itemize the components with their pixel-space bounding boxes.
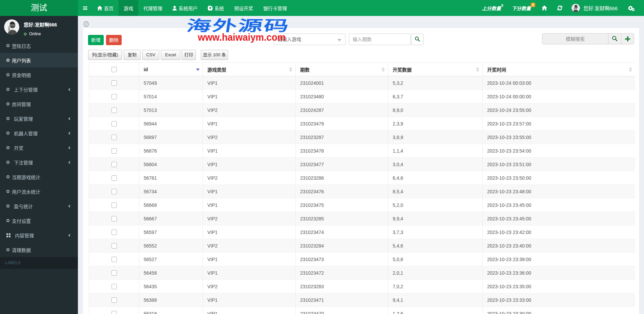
cell-draw_time: 2023-10-24 00:03:00 — [483, 76, 635, 90]
sidebar-item-15[interactable]: 清理数据 — [0, 242, 78, 257]
search-button[interactable] — [411, 34, 423, 45]
cogs-icon — [628, 5, 635, 11]
sidebar-item-7[interactable]: 机器人管理 — [0, 126, 78, 140]
row-checkbox-cell — [89, 266, 139, 280]
sidebar-item-8[interactable]: 开奖 — [0, 140, 78, 155]
row-checkbox[interactable] — [111, 216, 117, 221]
settings-button[interactable] — [623, 0, 640, 16]
dt-button-1[interactable]: 列(显示/隐藏) — [88, 50, 122, 60]
user-menu[interactable]: 您好:发财啊666 — [567, 0, 623, 16]
top-nav-item-4[interactable]: 系统用户 — [167, 0, 203, 16]
top-nav-item-6[interactable]: 预设开奖 — [229, 0, 258, 16]
row-checkbox[interactable] — [111, 148, 117, 154]
sidebar-item-14[interactable]: 内容管理 — [0, 228, 78, 242]
online-status[interactable]: Online — [24, 32, 57, 36]
sidebar-item-4[interactable]: 上下分管理 — [0, 82, 78, 97]
row-checkbox[interactable] — [111, 297, 117, 303]
sidebar-item-label: 支付设置 — [12, 217, 31, 224]
table-row: 56668VIP12310234755,2,02023-10-23 23:45:… — [89, 198, 635, 212]
sidebar-toggle-button[interactable] — [78, 0, 92, 16]
top-nav-item-label: 预设开奖 — [234, 5, 253, 12]
sidebar-item-2[interactable]: 用户列表 — [0, 53, 78, 67]
dt-button-2[interactable]: 复制 — [124, 50, 141, 60]
sidebar-item-13[interactable]: 支付设置 — [0, 213, 78, 228]
brand-logo[interactable]: 测试 — [0, 0, 78, 16]
sidebar-item-label: 盈亏统计 — [14, 203, 33, 210]
row-checkbox[interactable] — [111, 135, 117, 140]
refresh-button[interactable] — [552, 0, 567, 16]
sidebar-item-11[interactable]: 用户流水统计 — [0, 184, 78, 199]
row-checkbox[interactable] — [111, 162, 117, 167]
row-checkbox[interactable] — [111, 94, 117, 99]
sidebar-item-12[interactable]: 盈亏统计 — [0, 199, 78, 213]
sidebar-item-1[interactable]: 登陆日志 — [0, 38, 78, 53]
sidebar-item-9[interactable]: 下注管理 — [0, 155, 78, 170]
column-header-游戏类型[interactable]: 游戏类型 — [203, 63, 296, 76]
sort-icon — [476, 67, 479, 72]
table-row: 56435VIP22310232837,0,22023-10-23 23:35:… — [89, 280, 635, 293]
down-score-menu[interactable]: 下分数量0 — [507, 0, 537, 16]
cell-draw_data: 6,3,7 — [388, 90, 483, 103]
top-navbar: 测试 首页游戏代理管理系统用户系统预设开奖银行卡管理 上分数量0 下分数量0 — [0, 0, 644, 16]
sidebar-item-label: 用户列表 — [12, 57, 31, 64]
cell-game_type: VIP1 — [203, 198, 296, 212]
row-checkbox[interactable] — [111, 311, 117, 314]
cell-draw_time: 2023-10-23 23:50:00 — [483, 171, 635, 185]
row-checkbox[interactable] — [111, 175, 117, 181]
row-checkbox-cell — [89, 280, 139, 293]
home-shortcut-button[interactable] — [537, 0, 552, 16]
chevron-left-icon — [68, 132, 71, 134]
up-score-menu[interactable]: 上分数量0 — [477, 0, 507, 16]
row-checkbox-cell — [89, 90, 139, 103]
sidebar-item-3[interactable]: 资金明细 — [0, 67, 78, 82]
dt-button-4[interactable]: Excel — [161, 50, 180, 60]
table-row: 57049VIP12310240015,3,22023-10-24 00:03:… — [89, 76, 635, 90]
cell-draw_data: 3,7,3 — [388, 225, 483, 239]
top-nav-item-2[interactable]: 游戏 — [119, 0, 138, 16]
sidebar-item-6[interactable]: 玩家管理 — [0, 111, 78, 126]
cell-issue: 231023471 — [296, 293, 388, 307]
column-header-开奖时间[interactable]: 开奖时间 — [483, 63, 635, 76]
cell-draw_time: 2023-10-23 23:39:00 — [483, 253, 635, 266]
sidebar-item-10[interactable]: 当期游戏统计 — [0, 170, 78, 184]
top-nav-item-7[interactable]: 银行卡管理 — [258, 0, 292, 16]
delete-button[interactable]: 删除 — [106, 35, 122, 45]
add-row-button[interactable] — [621, 34, 634, 44]
sidebar-item-label: 上下分管理 — [14, 86, 38, 93]
column-label: 开奖时间 — [487, 67, 506, 73]
select-all-checkbox[interactable] — [111, 67, 117, 72]
cell-game_type: VIP1 — [203, 144, 296, 158]
row-checkbox[interactable] — [111, 230, 117, 235]
dt-button-6[interactable]: 显示 100 条 — [201, 50, 228, 60]
row-checkbox[interactable] — [111, 257, 117, 262]
column-header-期数[interactable]: 期数 — [296, 63, 388, 76]
row-checkbox[interactable] — [111, 121, 117, 126]
dt-button-3[interactable]: CSV — [142, 50, 159, 60]
column-header-id[interactable]: id — [139, 63, 203, 76]
row-checkbox[interactable] — [111, 80, 117, 86]
top-nav-item-1[interactable]: 首页 — [92, 0, 119, 16]
column-header-checkbox[interactable] — [89, 63, 139, 76]
row-checkbox[interactable] — [111, 107, 117, 113]
fuzzy-search-button[interactable] — [608, 34, 621, 44]
row-checkbox[interactable] — [111, 284, 117, 289]
row-checkbox[interactable] — [111, 270, 117, 276]
cell-id: 56667 — [139, 212, 203, 225]
top-nav-item-5[interactable]: 系统 — [203, 0, 229, 16]
cell-id: 56435 — [139, 280, 203, 293]
column-header-开奖数据[interactable]: 开奖数据 — [388, 63, 483, 76]
cell-draw_data: 6,4,6 — [388, 171, 483, 185]
add-button[interactable]: 新增 — [88, 35, 104, 45]
row-checkbox-cell — [89, 117, 139, 131]
table-header-row: id游戏类型期数开奖数据开奖时间 — [89, 63, 635, 76]
fuzzy-search-input[interactable] — [542, 34, 608, 44]
row-checkbox[interactable] — [111, 189, 117, 194]
row-checkbox[interactable] — [111, 243, 117, 249]
sidebar-item-5[interactable]: 房间管理 — [0, 97, 78, 111]
dt-button-5[interactable]: 打印 — [182, 50, 196, 60]
issue-input[interactable] — [349, 34, 411, 45]
row-checkbox[interactable] — [111, 202, 117, 208]
game-select[interactable]: 请输入游戏 — [274, 34, 346, 45]
cell-draw_time: 2023-10-23 23:40:00 — [483, 239, 635, 253]
top-nav-item-3[interactable]: 代理管理 — [138, 0, 167, 16]
